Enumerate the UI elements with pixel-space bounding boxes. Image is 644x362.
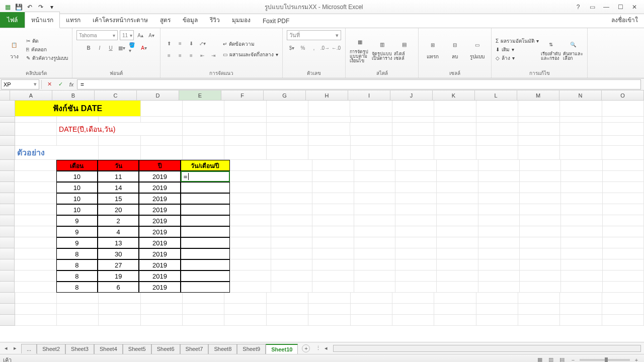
- cell[interactable]: [518, 101, 560, 117]
- table-format-button[interactable]: ▥จัดรูปแบบเป็นตาราง: [372, 34, 392, 64]
- cell[interactable]: [560, 136, 602, 146]
- cell[interactable]: [476, 117, 518, 123]
- cell[interactable]: [603, 226, 644, 237]
- cell[interactable]: [312, 270, 354, 282]
- row-header[interactable]: [0, 248, 15, 259]
- cell[interactable]: [271, 171, 312, 182]
- cell[interactable]: [141, 136, 183, 146]
- cell[interactable]: [224, 136, 266, 146]
- cell[interactable]: [478, 193, 520, 204]
- table-cell-month[interactable]: 10: [56, 171, 98, 182]
- cell[interactable]: [518, 136, 560, 146]
- tab-layout[interactable]: เค้าโครงหน้ากระดาษ: [87, 12, 154, 28]
- column-header[interactable]: O: [602, 90, 644, 100]
- row-header[interactable]: [0, 259, 15, 270]
- hscroll-left-icon[interactable]: ◂: [322, 344, 330, 352]
- cell[interactable]: [308, 304, 350, 315]
- table-cell-year[interactable]: 2019: [139, 282, 180, 293]
- table-cell-dmy[interactable]: [181, 182, 230, 193]
- maximize-icon[interactable]: ☐: [616, 3, 625, 12]
- cell[interactable]: [230, 270, 271, 282]
- cell[interactable]: [603, 160, 644, 171]
- table-cell-month[interactable]: 8: [56, 248, 98, 259]
- cell[interactable]: [183, 293, 224, 304]
- cell[interactable]: [395, 204, 437, 215]
- cell[interactable]: [183, 136, 224, 146]
- normal-view-icon[interactable]: ▦: [535, 355, 544, 363]
- row-header[interactable]: [0, 160, 15, 171]
- align-top-icon[interactable]: ⬆: [165, 39, 174, 48]
- cell[interactable]: [183, 117, 224, 123]
- cell[interactable]: [230, 237, 271, 248]
- column-header[interactable]: E: [179, 90, 221, 100]
- cell[interactable]: [224, 293, 266, 304]
- row-header[interactable]: [0, 304, 15, 315]
- cell[interactable]: [434, 101, 476, 117]
- select-all-corner[interactable]: [0, 90, 10, 100]
- cell[interactable]: [395, 171, 437, 182]
- cell[interactable]: [520, 282, 561, 293]
- orientation-icon[interactable]: ⤢▾: [198, 39, 207, 48]
- cell[interactable]: [561, 215, 602, 226]
- cell[interactable]: [230, 259, 271, 270]
- cell[interactable]: [15, 259, 56, 270]
- cell[interactable]: [312, 204, 354, 215]
- cell[interactable]: [308, 117, 350, 123]
- insert-cells-button[interactable]: ⊞แทรก: [423, 34, 443, 64]
- cell[interactable]: [518, 117, 560, 123]
- new-sheet-icon[interactable]: +: [302, 344, 310, 352]
- cell[interactable]: [437, 204, 478, 215]
- row-header[interactable]: [0, 270, 15, 282]
- cell[interactable]: [271, 204, 312, 215]
- cell[interactable]: [520, 193, 561, 204]
- sheet-tab[interactable]: Sheet5: [123, 344, 151, 354]
- table-cell-dmy[interactable]: [181, 282, 230, 293]
- row-header[interactable]: [0, 123, 15, 136]
- cell[interactable]: [602, 304, 644, 315]
- sheet-tab[interactable]: Sheet3: [65, 344, 94, 354]
- cell[interactable]: [308, 123, 350, 136]
- cell[interactable]: [603, 193, 644, 204]
- cell[interactable]: [15, 248, 56, 259]
- table-cell-day[interactable]: 4: [98, 226, 139, 237]
- cell[interactable]: [141, 146, 183, 160]
- cell[interactable]: [230, 282, 271, 293]
- cell[interactable]: [267, 136, 308, 146]
- page-break-view-icon[interactable]: ▤: [557, 355, 567, 363]
- tab-home[interactable]: หน้าแรก: [25, 12, 60, 28]
- file-tab[interactable]: ไฟล์: [0, 12, 25, 28]
- cell[interactable]: [312, 259, 354, 270]
- cell[interactable]: [518, 315, 560, 326]
- fill-button[interactable]: ⬇เติม▾: [496, 46, 539, 53]
- cell[interactable]: [395, 160, 437, 171]
- cell[interactable]: [312, 193, 354, 204]
- cell[interactable]: [561, 171, 602, 182]
- cell[interactable]: [476, 304, 518, 315]
- cell[interactable]: [392, 136, 434, 146]
- cell[interactable]: [395, 182, 437, 193]
- cell[interactable]: [354, 193, 395, 204]
- cell[interactable]: [437, 171, 478, 182]
- row-header[interactable]: [0, 101, 15, 117]
- cell[interactable]: [230, 226, 271, 237]
- row-header[interactable]: [0, 204, 15, 215]
- cell[interactable]: [560, 315, 602, 326]
- column-header[interactable]: C: [95, 90, 137, 100]
- cell[interactable]: [15, 226, 56, 237]
- currency-icon[interactable]: $▾: [287, 43, 296, 52]
- editing-cell[interactable]: =: [181, 171, 230, 182]
- cell[interactable]: [520, 248, 561, 259]
- cell[interactable]: [478, 248, 520, 259]
- cell[interactable]: [476, 293, 518, 304]
- table-cell-year[interactable]: 2019: [139, 171, 180, 182]
- row-header[interactable]: [0, 171, 15, 182]
- column-header[interactable]: B: [52, 90, 95, 100]
- cell[interactable]: [230, 248, 271, 259]
- accept-formula-icon[interactable]: ✓: [55, 79, 66, 89]
- fill-color-button[interactable]: 🪣▾: [128, 43, 137, 52]
- cell[interactable]: [602, 146, 644, 160]
- page-layout-view-icon[interactable]: ▥: [546, 355, 555, 363]
- cell[interactable]: [478, 259, 520, 270]
- cell[interactable]: [141, 117, 183, 123]
- cell[interactable]: [561, 226, 602, 237]
